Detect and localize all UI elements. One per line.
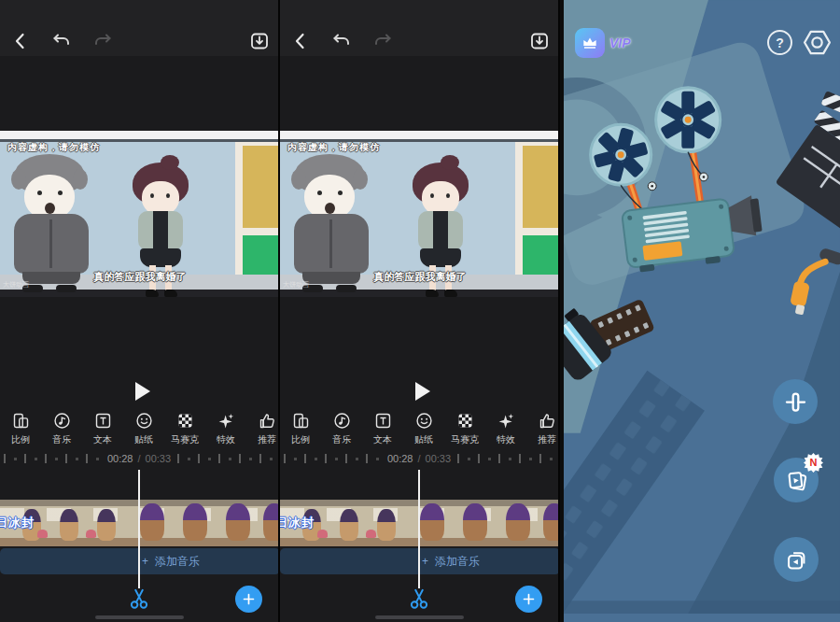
back-button[interactable] xyxy=(9,30,32,52)
tool-ratio[interactable]: 比例 xyxy=(280,411,321,446)
crown-icon xyxy=(575,28,605,58)
tool-sticker[interactable]: 贴纸 xyxy=(123,411,164,446)
mosaic-icon xyxy=(455,411,475,431)
album-reverse-icon xyxy=(784,547,809,573)
playhead[interactable] xyxy=(138,470,140,588)
thumbnail-figure xyxy=(263,503,280,541)
split-button[interactable] xyxy=(126,587,152,611)
home-indicator xyxy=(95,615,184,619)
thumbnail-cake xyxy=(37,530,48,538)
add-clip-button[interactable] xyxy=(515,586,542,613)
video-watermark: 大饼动画 xyxy=(283,280,309,290)
add-music-label: 添加音乐 xyxy=(435,554,480,570)
text-icon xyxy=(373,411,393,431)
vip-label: VIP xyxy=(609,35,631,50)
tool-text[interactable]: 文本 xyxy=(362,411,403,446)
plus-glyph: + xyxy=(422,555,428,568)
thumbnail-figure xyxy=(420,503,444,541)
play-triangle-icon xyxy=(415,382,430,401)
add-clip-button[interactable] xyxy=(235,586,262,613)
clip-title-overlay: 日冰封 xyxy=(280,515,315,531)
export-button[interactable] xyxy=(248,30,271,52)
ratio-icon xyxy=(291,411,311,431)
total-time: 00:33 xyxy=(146,453,172,464)
total-time: 00:33 xyxy=(426,453,452,464)
redo-button[interactable] xyxy=(371,30,394,52)
scene-pillar xyxy=(235,142,280,291)
tool-music[interactable]: 音乐 xyxy=(41,411,82,446)
effects-icon xyxy=(497,411,516,431)
timeline-ticks-left xyxy=(284,454,381,463)
undo-button[interactable] xyxy=(50,30,73,52)
question-mark-icon: ? xyxy=(776,35,784,50)
vip-badge[interactable]: VIP xyxy=(575,28,631,58)
tool-mosaic[interactable]: 马赛克 xyxy=(164,411,205,446)
thumbnail-figure xyxy=(140,503,164,541)
tool-music[interactable]: 音乐 xyxy=(321,411,362,446)
video-preview[interactable]: 内容虚构，请勿模仿 真的答应跟我离婚了 大饼动画 xyxy=(0,131,280,297)
tool-sticker[interactable]: 贴纸 xyxy=(403,411,444,446)
export-download-icon xyxy=(528,30,551,52)
effects-icon xyxy=(217,411,236,431)
undo-button[interactable] xyxy=(330,30,353,52)
plus-icon xyxy=(521,591,537,607)
playhead[interactable] xyxy=(418,470,420,588)
thumbnail-cake xyxy=(86,530,96,538)
video-templates-icon xyxy=(784,468,809,493)
gear-icon xyxy=(803,28,832,57)
sticker-icon xyxy=(414,411,434,431)
templates-button[interactable]: N xyxy=(774,458,819,502)
timeline-ticks-right xyxy=(457,454,554,463)
disclaimer-text: 内容虚构，请勿模仿 xyxy=(7,141,100,154)
tool-text[interactable]: 文本 xyxy=(82,411,123,446)
scissors-icon xyxy=(406,587,432,611)
video-watermark: 大饼动画 xyxy=(3,280,29,290)
scene-pillar xyxy=(515,142,560,291)
add-music-button[interactable]: + 添加音乐 xyxy=(280,548,560,574)
split-button[interactable] xyxy=(406,587,432,611)
thumbnail-figure xyxy=(377,509,396,541)
tool-recommend[interactable]: 推荐 xyxy=(526,411,560,446)
help-button[interactable]: ? xyxy=(767,30,792,55)
play-button[interactable] xyxy=(409,377,433,402)
disclaimer-text: 内容虚构，请勿模仿 xyxy=(287,141,380,154)
current-time: 00:28 xyxy=(387,453,413,464)
thumbnail-figure xyxy=(340,509,358,541)
back-button[interactable] xyxy=(289,30,312,52)
export-download-icon xyxy=(248,30,271,52)
redo-button[interactable] xyxy=(91,30,114,52)
music-icon xyxy=(52,411,72,431)
tool-effects[interactable]: 特效 xyxy=(205,411,246,446)
tool-effects[interactable]: 特效 xyxy=(485,411,526,446)
thumbnail-figure xyxy=(543,503,560,541)
chevron-left-icon xyxy=(9,30,32,52)
timeline-ruler: 00:28 / 00:33 xyxy=(280,446,558,471)
plus-glyph: + xyxy=(142,555,148,568)
ratio-icon xyxy=(11,411,31,431)
redo-arrow-icon xyxy=(371,30,394,52)
tool-ratio[interactable]: 比例 xyxy=(0,411,41,446)
thumbnail-cake xyxy=(366,530,376,538)
scene-yellow-board xyxy=(243,146,280,228)
export-button[interactable] xyxy=(528,30,551,52)
video-track[interactable]: 日冰封 xyxy=(280,500,560,546)
thumbnail-figure xyxy=(226,503,250,541)
thumbnail-figure xyxy=(506,503,530,541)
tool-recommend[interactable]: 推荐 xyxy=(246,411,280,446)
sticker-icon xyxy=(134,411,154,431)
settings-button[interactable] xyxy=(803,28,832,57)
timeline-ruler: 00:28 / 00:33 xyxy=(0,446,278,471)
adjust-button[interactable] xyxy=(773,379,818,424)
video-preview[interactable]: 内容虚构，请勿模仿 真的答应跟我离婚了 大饼动画 xyxy=(280,131,560,297)
video-track[interactable]: 日冰封 xyxy=(0,500,280,546)
adjust-icon xyxy=(783,389,808,415)
tool-mosaic[interactable]: 马赛克 xyxy=(444,411,485,446)
redo-arrow-icon xyxy=(91,30,114,52)
play-button[interactable] xyxy=(129,377,153,402)
undo-arrow-icon xyxy=(50,30,73,52)
album-button[interactable] xyxy=(774,537,819,582)
timeline-ticks-right xyxy=(177,454,274,463)
add-music-button[interactable]: + 添加音乐 xyxy=(0,548,280,574)
music-icon xyxy=(332,411,352,431)
editing-toolbar: 比例 音乐 文本 贴纸 马赛克 特效 xyxy=(280,411,558,446)
